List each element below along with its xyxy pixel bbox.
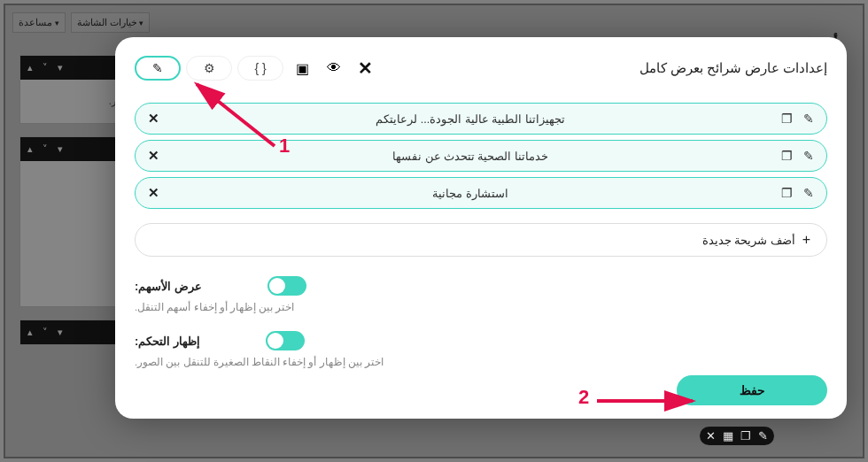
- save-button[interactable]: حفظ: [677, 375, 827, 405]
- braces-icon: { }: [254, 61, 266, 75]
- arrows-label: عرض الأسهم:: [135, 280, 202, 293]
- slide-title: خدماتنا الصحية تتحدث عن نفسها: [159, 150, 781, 163]
- annotation-number-1: 1: [279, 135, 290, 158]
- slide-item[interactable]: ✕ تجهيزاتنا الطبية عالية الجودة... لرعاي…: [135, 103, 827, 135]
- tab-settings[interactable]: ⚙: [186, 56, 232, 81]
- block-toolbar[interactable]: ✕ ▦ ❐ ✎: [700, 427, 774, 445]
- remove-slide-icon[interactable]: ✕: [148, 111, 159, 127]
- slide-item[interactable]: ✕ خدماتنا الصحية تتحدث عن نفسها ❐✎: [135, 140, 827, 172]
- edit-icon[interactable]: ✎: [803, 186, 814, 200]
- gear-icon: ⚙: [204, 61, 215, 75]
- pencil-icon: ✎: [152, 61, 163, 75]
- add-slide-label: أضف شريحة جديدة: [702, 234, 795, 247]
- slide-list: ✕ تجهيزاتنا الطبية عالية الجودة... لرعاي…: [135, 103, 827, 257]
- tab-folder[interactable]: ▣: [289, 55, 315, 81]
- add-slide-button[interactable]: + أضف شريحة جديدة: [135, 223, 827, 257]
- arrows-desc: اختر بين إظهار أو إخفاء أسهم التنقل.: [135, 301, 402, 313]
- pencil-icon[interactable]: ✎: [758, 429, 768, 443]
- grid-icon[interactable]: ▦: [723, 429, 733, 443]
- controls-toggle[interactable]: [266, 331, 305, 350]
- tab-code[interactable]: { }: [237, 56, 283, 81]
- tab-edit[interactable]: ✎: [135, 56, 181, 81]
- copy-icon[interactable]: ❐: [740, 429, 751, 443]
- close-icon[interactable]: ✕: [706, 429, 716, 443]
- slide-title: تجهيزاتنا الطبية عالية الجودة... لرعايتك…: [159, 112, 781, 126]
- remove-slide-icon[interactable]: ✕: [148, 185, 159, 201]
- slide-item[interactable]: ✕ استشارة مجانية ❐✎: [135, 177, 827, 209]
- copy-icon[interactable]: ❐: [781, 112, 793, 126]
- close-icon: ✕: [358, 58, 373, 78]
- modal-title: إعدادات عارض شرائح بعرض كامل: [639, 61, 827, 75]
- controls-label: إظهار التحكم:: [135, 335, 200, 348]
- remove-slide-icon[interactable]: ✕: [148, 148, 159, 164]
- arrows-toggle[interactable]: [267, 276, 306, 296]
- controls-desc: اختر بين إظهار أو إخفاء النقاط الصغيرة ل…: [135, 356, 492, 368]
- copy-icon[interactable]: ❐: [781, 149, 793, 163]
- tab-preview[interactable]: 👁: [321, 55, 347, 81]
- eye-icon: 👁: [327, 60, 341, 76]
- copy-icon[interactable]: ❐: [781, 186, 793, 200]
- edit-icon[interactable]: ✎: [803, 149, 814, 163]
- annotation-number-2: 2: [578, 386, 589, 409]
- close-button[interactable]: ✕: [353, 58, 378, 79]
- slider-settings-modal: إعدادات عارض شرائح بعرض كامل ✎ ⚙ { } ▣ 👁…: [115, 37, 847, 419]
- plus-icon: +: [802, 232, 810, 248]
- slide-title: استشارة مجانية: [159, 187, 781, 200]
- folder-icon: ▣: [296, 60, 309, 77]
- edit-icon[interactable]: ✎: [803, 112, 814, 126]
